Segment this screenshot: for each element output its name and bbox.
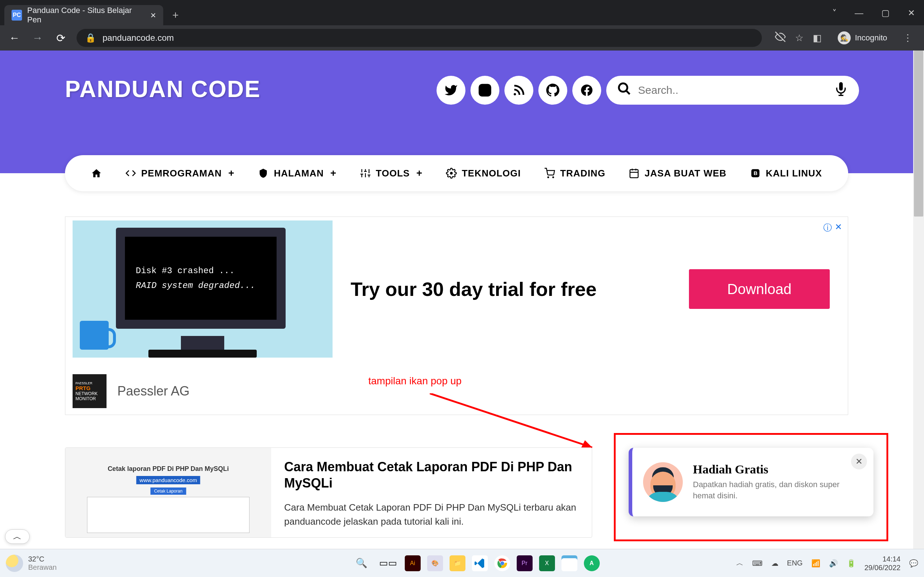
tray-battery-icon[interactable]: 🔋 bbox=[847, 559, 856, 567]
page-viewport: PANDUAN CODE PEMROGRAMAN+ HALAMAN+ bbox=[0, 50, 924, 549]
tray-chevron-icon[interactable]: ︿ bbox=[736, 558, 743, 568]
social-links bbox=[436, 76, 859, 105]
popup-body: Dapatkan hadiah gratis, dan diskon super… bbox=[693, 479, 863, 501]
nav-home[interactable] bbox=[91, 168, 102, 179]
minimize-icon[interactable]: — bbox=[855, 8, 863, 18]
forward-button[interactable]: → bbox=[30, 32, 45, 44]
article-excerpt: Cara Membuat Cetak Laporan PDF Di PHP Da… bbox=[284, 501, 579, 529]
lock-icon: 🔒 bbox=[85, 33, 96, 43]
weather-icon bbox=[6, 554, 23, 572]
expand-button[interactable]: ︿ bbox=[5, 529, 30, 544]
site-brand[interactable]: PANDUAN CODE bbox=[65, 76, 261, 103]
rss-icon[interactable] bbox=[504, 76, 533, 105]
browser-toolbar: ← → ⟳ 🔒 panduancode.com ☆ ◧ 🕵️ Incognito… bbox=[0, 25, 924, 50]
ad-advertiser: Paessler AG bbox=[117, 384, 189, 399]
address-bar[interactable]: 🔒 panduancode.com bbox=[76, 29, 762, 47]
windows-taskbar: 32°C Berawan 🔍 ▭▭ Ai 🎨 📁 Pr X A ︿ ⌨ ☁ EN… bbox=[0, 549, 924, 577]
notepad-icon[interactable] bbox=[562, 555, 577, 571]
date: 29/06/2022 bbox=[864, 563, 901, 572]
nav-halaman[interactable]: HALAMAN+ bbox=[258, 168, 336, 179]
ad-headline: Try our 30 day trial for free bbox=[351, 278, 596, 300]
nav-label: HALAMAN bbox=[274, 168, 323, 179]
taskbar-weather[interactable]: 32°C Berawan bbox=[6, 554, 57, 572]
nav-label: JASA BUAT WEB bbox=[645, 168, 727, 179]
eye-off-icon[interactable] bbox=[775, 31, 786, 45]
nav-kali[interactable]: B KALI LINUX bbox=[750, 168, 822, 179]
tab-favicon: PC bbox=[11, 10, 22, 21]
tray-onedrive-icon[interactable]: ☁ bbox=[771, 559, 779, 567]
reload-button[interactable]: ⟳ bbox=[53, 32, 68, 44]
premiere-icon[interactable]: Pr bbox=[517, 555, 533, 571]
nav-label: TRADING bbox=[560, 168, 605, 179]
task-view-icon[interactable]: ▭▭ bbox=[378, 553, 398, 574]
tray-wifi-icon[interactable]: 📶 bbox=[811, 559, 821, 567]
side-panel-icon[interactable]: ◧ bbox=[813, 32, 822, 44]
main-nav: PEMROGRAMAN+ HALAMAN+ TOOLS+ TEKNOLOGI T… bbox=[65, 155, 848, 191]
close-tab-icon[interactable]: × bbox=[150, 10, 156, 21]
svg-point-18 bbox=[450, 172, 453, 175]
incognito-label: Incognito bbox=[855, 33, 887, 43]
nav-teknologi[interactable]: TEKNOLOGI bbox=[446, 168, 521, 179]
taskbar-search-icon[interactable]: 🔍 bbox=[351, 553, 372, 574]
svg-point-5 bbox=[619, 83, 627, 92]
illustrator-icon[interactable]: Ai bbox=[405, 555, 421, 571]
mic-icon[interactable] bbox=[834, 82, 848, 99]
chevron-down-icon[interactable]: ˅ bbox=[832, 8, 837, 18]
nav-pemrograman[interactable]: PEMROGRAMAN+ bbox=[125, 168, 235, 179]
maximize-icon[interactable]: ▢ bbox=[881, 8, 890, 18]
svg-point-20 bbox=[553, 177, 554, 178]
tray-volume-icon[interactable]: 🔊 bbox=[829, 559, 838, 567]
kebab-menu-icon[interactable]: ⋮ bbox=[903, 32, 913, 44]
nav-jasa[interactable]: JASA BUAT WEB bbox=[628, 168, 727, 179]
facebook-icon[interactable] bbox=[572, 76, 601, 105]
tray-keyboard-icon[interactable]: ⌨ bbox=[752, 559, 762, 567]
nav-label: PEMROGRAMAN bbox=[141, 168, 222, 179]
tray-clock[interactable]: 14:14 29/06/2022 bbox=[864, 554, 901, 572]
svg-point-2 bbox=[483, 88, 488, 93]
new-tab-button[interactable]: + bbox=[168, 8, 183, 23]
svg-point-19 bbox=[548, 177, 549, 178]
ad-close-icon[interactable]: ✕ bbox=[835, 222, 842, 234]
ad-info-icon[interactable]: ⓘ bbox=[823, 222, 832, 234]
close-window-icon[interactable]: ✕ bbox=[908, 8, 915, 18]
svg-marker-28 bbox=[582, 440, 592, 448]
nav-label: TEKNOLOGI bbox=[462, 168, 521, 179]
vertical-scrollbar[interactable] bbox=[913, 50, 924, 549]
chrome-icon[interactable] bbox=[494, 555, 510, 571]
start-button[interactable] bbox=[325, 553, 345, 574]
nav-label: TOOLS bbox=[376, 168, 410, 179]
weather-desc: Berawan bbox=[28, 563, 57, 572]
tray-notifications-icon[interactable]: 💬 bbox=[909, 559, 918, 567]
tray-language[interactable]: ENG bbox=[787, 559, 803, 567]
avatar bbox=[643, 462, 683, 502]
svg-line-6 bbox=[626, 90, 630, 94]
avast-icon[interactable]: A bbox=[584, 555, 600, 571]
ad-download-button[interactable]: Download bbox=[689, 269, 830, 309]
ad-logo: PAESSLER PRTG NETWORK MONITOR bbox=[73, 374, 107, 408]
search-box[interactable] bbox=[606, 76, 859, 105]
article-card[interactable]: Cetak laporan PDF Di PHP Dan MySQLi www.… bbox=[65, 448, 592, 538]
instagram-icon[interactable] bbox=[470, 76, 499, 105]
bookmark-star-icon[interactable]: ☆ bbox=[795, 32, 803, 44]
vscode-icon[interactable] bbox=[472, 555, 488, 571]
annotation-label: tampilan ikan pop up bbox=[368, 375, 462, 387]
github-icon[interactable] bbox=[538, 76, 567, 105]
popup-close-button[interactable]: ✕ bbox=[851, 454, 867, 469]
nav-trading[interactable]: TRADING bbox=[544, 168, 605, 179]
search-input[interactable] bbox=[638, 84, 827, 96]
popup-highlight-frame: Hadiah Gratis Dapatkan hadiah gratis, da… bbox=[614, 433, 888, 541]
incognito-indicator[interactable]: 🕵️ Incognito bbox=[831, 29, 894, 47]
ad-image: Disk #3 crashed ... RAID system degraded… bbox=[73, 221, 333, 358]
back-button[interactable]: ← bbox=[7, 32, 22, 44]
hero-section: PANDUAN CODE bbox=[0, 50, 924, 173]
app-icon[interactable]: 🎨 bbox=[427, 555, 443, 571]
twitter-icon[interactable] bbox=[436, 76, 465, 105]
svg-point-30 bbox=[500, 561, 504, 565]
time: 14:14 bbox=[864, 554, 901, 563]
article-thumbnail: Cetak laporan PDF Di PHP Dan MySQLi www.… bbox=[65, 448, 271, 537]
file-explorer-icon[interactable]: 📁 bbox=[449, 555, 465, 571]
scroll-thumb[interactable] bbox=[914, 50, 923, 216]
excel-icon[interactable]: X bbox=[539, 555, 555, 571]
browser-tab-active[interactable]: PC Panduan Code - Situs Belajar Pen × bbox=[4, 5, 163, 25]
nav-tools[interactable]: TOOLS+ bbox=[360, 168, 422, 179]
